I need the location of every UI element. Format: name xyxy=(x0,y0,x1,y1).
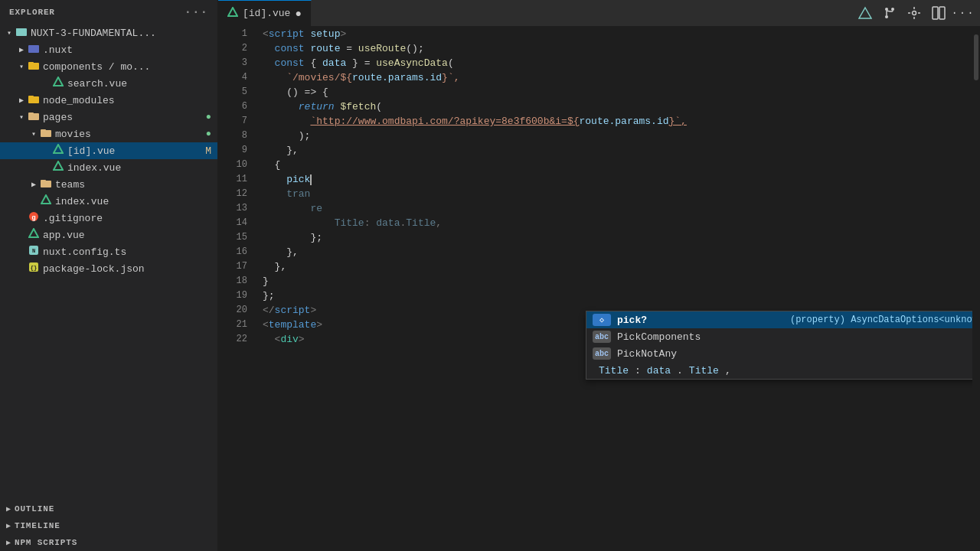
sidebar-item-gitignore[interactable]: ▶ g .gitignore xyxy=(0,210,217,227)
svg-point-27 xyxy=(891,8,894,11)
line-num-2: 2 xyxy=(218,41,247,56)
components-label: components / mo... xyxy=(43,61,211,73)
code-line-13: re xyxy=(263,201,972,216)
line-num-22: 22 xyxy=(218,332,247,347)
code-line-3: const { data } = useAsyncData( xyxy=(263,56,972,70)
sidebar-item-package-lock[interactable]: ▶ {} package-lock.json xyxy=(0,260,217,277)
sidebar: EXPLORER ··· ▾ NUXT-3-FUNDAMENTAL... ▶ .… xyxy=(0,0,218,551)
ac-kind-pick-not-any-icon: abc xyxy=(593,347,611,360)
sidebar-item-search-vue[interactable]: ▶ search.vue xyxy=(0,75,217,92)
id-vue-modified: M xyxy=(205,145,211,157)
autocomplete-dropdown[interactable]: ◇ pick? (property) AsyncDataOptions<unkn… xyxy=(586,311,972,380)
text-cursor xyxy=(310,174,312,185)
ac-kind-pick-components-icon: abc xyxy=(593,331,611,343)
sidebar-section-npm-scripts[interactable]: ▶ NPM SCRIPTS xyxy=(0,534,217,551)
svg-rect-7 xyxy=(28,96,34,98)
editor-tab-id-vue[interactable]: [id].vue ● xyxy=(218,0,312,27)
teams-arrow-icon: ▶ xyxy=(28,180,40,189)
sidebar-item-node-modules[interactable]: ▶ node_modules xyxy=(0,92,217,109)
line-num-10: 10 xyxy=(218,158,247,172)
svg-rect-9 xyxy=(28,112,34,115)
code-line-17: }, xyxy=(263,259,972,274)
svg-point-26 xyxy=(885,8,888,11)
code-line-14: Title: data.Title, xyxy=(263,216,972,230)
nuxt-config-ts-label: nuxt.config.ts xyxy=(43,246,211,258)
code-line-16: }, xyxy=(263,245,972,259)
autocomplete-item-pick-components[interactable]: abc PickComponents xyxy=(586,328,972,345)
svg-text:N: N xyxy=(32,248,35,254)
svg-marker-5 xyxy=(54,77,63,86)
pages-index-vue-label: index.vue xyxy=(55,196,211,207)
sidebar-item-nuxt[interactable]: ▶ .nuxt xyxy=(0,41,217,58)
sidebar-item-pages-index-vue[interactable]: ▶ index.vue xyxy=(0,193,217,210)
sidebar-more-icon[interactable]: ··· xyxy=(185,6,208,18)
sidebar-header: EXPLORER ··· xyxy=(0,0,217,24)
movies-folder-icon xyxy=(40,126,52,142)
movies-index-vue-icon xyxy=(52,161,64,174)
svg-marker-19 xyxy=(29,229,38,237)
line-num-15: 15 xyxy=(218,230,247,245)
sidebar-section-outline[interactable]: ▶ OUTLINE xyxy=(0,500,217,517)
autocomplete-item-pick[interactable]: ◇ pick? (property) AsyncDataOptions<unkn… xyxy=(586,311,972,328)
root-label: NUXT-3-FUNDAMENTAL... xyxy=(31,28,211,39)
tab-label: [id].vue xyxy=(243,8,290,19)
line-num-9: 9 xyxy=(218,143,247,158)
sidebar-item-pages[interactable]: ▾ pages ● xyxy=(0,109,217,126)
svg-marker-13 xyxy=(54,161,63,170)
sidebar-item-movies[interactable]: ▾ movies ● xyxy=(0,126,217,142)
scrollbar[interactable] xyxy=(972,27,980,551)
settings-icon[interactable] xyxy=(903,2,925,24)
editor-area: [id].vue ● xyxy=(218,0,980,551)
line-num-18: 18 xyxy=(218,274,247,289)
ac-name-pick-components: PickComponents xyxy=(617,330,701,344)
code-line-18: } xyxy=(263,274,972,289)
code-area[interactable]: <script setup> const route = useRoute();… xyxy=(256,27,972,551)
nuxt-label: .nuxt xyxy=(43,44,211,56)
code-line-2: const route = useRoute(); xyxy=(263,41,972,56)
svg-text:{}: {} xyxy=(31,265,37,271)
components-arrow-icon: ▾ xyxy=(15,62,28,71)
teams-label: teams xyxy=(55,179,211,191)
line-num-3: 3 xyxy=(218,56,247,70)
package-lock-icon: {} xyxy=(28,262,40,276)
tab-vue-icon xyxy=(227,7,238,21)
tree-root-folder[interactable]: ▾ NUXT-3-FUNDAMENTAL... xyxy=(0,24,217,41)
layout-icon[interactable] xyxy=(928,2,949,24)
svg-rect-11 xyxy=(41,129,46,132)
sidebar-item-id-vue[interactable]: ▶ [id].vue M xyxy=(0,142,217,159)
code-line-4: `/movies/${route.params.id}`, xyxy=(263,70,972,85)
source-control-icon[interactable] xyxy=(879,2,900,24)
sidebar-item-app-vue[interactable]: ▶ app.vue xyxy=(0,227,217,243)
svg-rect-35 xyxy=(933,7,938,19)
sidebar-section-timeline[interactable]: ▶ TIMELINE xyxy=(0,517,217,534)
line-num-19: 19 xyxy=(218,289,247,303)
scrollbar-thumb[interactable] xyxy=(974,34,978,80)
line-num-11: 11 xyxy=(218,172,247,187)
timeline-label: TIMELINE xyxy=(15,521,60,530)
line-num-6: 6 xyxy=(218,99,247,114)
autocomplete-item-pick-not-any[interactable]: abc PickNotAny xyxy=(586,345,972,362)
npm-scripts-arrow-icon: ▶ xyxy=(6,538,11,547)
sidebar-item-nuxt-config-ts[interactable]: ▶ N nuxt.config.ts xyxy=(0,243,217,260)
sidebar-item-movies-index-vue[interactable]: ▶ index.vue xyxy=(0,159,217,176)
line-num-12: 12 xyxy=(218,187,247,201)
line-num-14: 14 xyxy=(218,216,247,230)
sidebar-item-teams[interactable]: ▶ teams xyxy=(0,176,217,193)
code-line-15: }; xyxy=(263,230,972,245)
more-actions-icon[interactable]: ··· xyxy=(952,2,974,24)
code-line-1: <script setup> xyxy=(263,27,972,41)
outline-label: OUTLINE xyxy=(15,504,54,514)
timeline-arrow-icon: ▶ xyxy=(6,521,11,530)
code-line-10: { xyxy=(263,158,972,172)
sidebar-item-components[interactable]: ▾ components / mo... xyxy=(0,58,217,75)
code-line-12: tran xyxy=(263,187,972,201)
svg-text:g: g xyxy=(31,214,35,222)
line-num-17: 17 xyxy=(218,259,247,274)
mountain-icon[interactable] xyxy=(854,2,876,24)
svg-rect-15 xyxy=(41,180,46,182)
gitignore-icon: g xyxy=(28,211,40,225)
line-num-4: 4 xyxy=(218,70,247,85)
svg-rect-2 xyxy=(28,45,39,53)
pages-folder-icon xyxy=(28,109,40,125)
search-vue-icon xyxy=(52,77,64,90)
